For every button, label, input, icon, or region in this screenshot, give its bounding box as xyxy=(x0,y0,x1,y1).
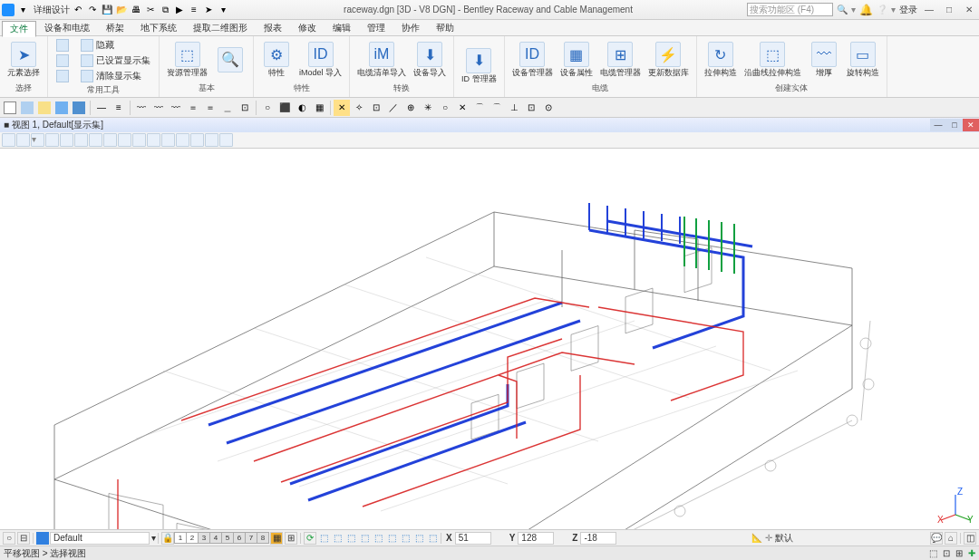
vt-7[interactable] xyxy=(89,133,102,147)
ribbon-big-3-1[interactable]: IDiModel 导入 xyxy=(297,40,344,80)
sb2-icon-2[interactable]: ⊡ xyxy=(943,548,950,558)
ribbon-big-4-0[interactable]: iM电缆清单导入 xyxy=(355,40,408,80)
sb-refresh-icon[interactable]: ⟳ xyxy=(304,532,316,545)
view-triad[interactable]: Z Y X xyxy=(937,488,974,524)
menu-tab-10[interactable]: 帮助 xyxy=(428,20,462,36)
qat-dropdown[interactable]: ▾ xyxy=(16,4,29,16)
vt-4[interactable] xyxy=(45,133,59,147)
qat-copy-icon[interactable]: ⧉ xyxy=(159,4,171,16)
vt-1[interactable] xyxy=(2,133,15,147)
tool-snap13-icon[interactable]: ⊙ xyxy=(540,100,557,116)
view-cube-4[interactable]: ⬚ xyxy=(358,532,371,545)
ribbon-small-1-0-2[interactable] xyxy=(53,69,74,83)
tool-snap6-icon[interactable]: ✳ xyxy=(420,100,436,116)
tool-snap5-icon[interactable]: ⊕ xyxy=(402,100,419,116)
view-cube-8[interactable]: ⬚ xyxy=(412,532,425,545)
view-tab-6[interactable]: 6 xyxy=(233,532,246,544)
ribbon-big-3-0[interactable]: ⚙特性 xyxy=(259,40,294,80)
qat-open-icon[interactable]: 📂 xyxy=(115,4,128,16)
vt-12[interactable] xyxy=(161,133,175,147)
vt-10[interactable] xyxy=(132,133,146,147)
vt-13[interactable] xyxy=(176,133,189,147)
snap-crosshair-icon[interactable]: ✛ xyxy=(765,533,772,543)
coord-y-value[interactable]: 128 xyxy=(518,532,554,545)
view-tab-1[interactable]: 1 xyxy=(174,532,187,544)
tool-snap3-icon[interactable]: ⊡ xyxy=(368,100,384,116)
view-minimize-button[interactable]: — xyxy=(930,119,946,131)
tool-color2-icon[interactable] xyxy=(71,100,87,116)
ribbon-big-6-1[interactable]: ▦设备属性 xyxy=(558,40,595,80)
view-maximize-button[interactable]: □ xyxy=(946,119,963,131)
tool-snap8-icon[interactable]: ✕ xyxy=(454,100,470,116)
vt-14[interactable] xyxy=(190,133,204,147)
ribbon-big-7-1[interactable]: ⬚沿曲线拉伸构造 xyxy=(742,40,803,80)
tool-f-icon[interactable]: ＿ xyxy=(219,100,236,116)
sb-tile-icon[interactable]: ▦ xyxy=(270,532,283,545)
vt-15[interactable] xyxy=(205,133,218,147)
login-link[interactable]: 登录 xyxy=(899,4,917,16)
vt-8[interactable] xyxy=(103,133,117,147)
view-tab-8[interactable]: 8 xyxy=(257,532,269,544)
view-tab-2[interactable]: 2 xyxy=(186,532,199,544)
window-close-button[interactable]: ✕ xyxy=(961,4,977,16)
tool-c-icon[interactable]: 〰 xyxy=(168,100,184,116)
menu-tab-1[interactable]: 设备和电缆 xyxy=(36,20,98,36)
sb-end-icon[interactable]: ◫ xyxy=(964,532,976,545)
tool-layer-icon[interactable] xyxy=(19,100,35,116)
ribbon-big-7-2[interactable]: 〰增厚 xyxy=(807,40,841,80)
ribbon-big-6-3[interactable]: ⚡更新数据库 xyxy=(646,40,691,80)
qat-more[interactable]: ▾ xyxy=(217,4,229,16)
ribbon-big-4-1[interactable]: ⬇设备导入 xyxy=(412,40,448,80)
tool-grid-icon[interactable] xyxy=(2,100,18,116)
qat-play-icon[interactable]: ▶ xyxy=(173,4,186,16)
tool-snap2-icon[interactable]: ✧ xyxy=(351,100,367,116)
ribbon-small-1-1-1[interactable]: 已设置显示集 xyxy=(78,53,153,68)
sb2-icon-4[interactable]: ✚ xyxy=(968,548,975,558)
qat-pointer-icon[interactable]: ➤ xyxy=(202,4,215,16)
qat-print-icon[interactable]: 🖶 xyxy=(130,4,142,16)
ribbon-big-2-0[interactable]: ⬚资源管理器 xyxy=(165,40,209,80)
view-cube-3[interactable]: ⬚ xyxy=(344,532,357,545)
notifications-icon[interactable]: 🔔 xyxy=(859,4,873,16)
ribbon-big-0-0[interactable]: ➤元素选择 xyxy=(5,40,42,80)
tool-j-icon[interactable]: ◐ xyxy=(294,100,310,116)
ribbon-big-2-1[interactable]: 🔍 xyxy=(213,45,247,75)
menu-tab-7[interactable]: 编辑 xyxy=(325,20,359,36)
tool-level-icon[interactable] xyxy=(36,100,53,116)
ribbon-small-1-1-0[interactable]: 隐藏 xyxy=(78,38,153,53)
menu-tab-2[interactable]: 桥架 xyxy=(98,20,132,36)
tool-i-icon[interactable]: ⬛ xyxy=(276,100,293,116)
tool-g-icon[interactable]: ⊡ xyxy=(237,100,253,116)
sb-lock-icon[interactable]: 🔒 xyxy=(161,532,174,545)
sb-mode-button[interactable]: ○ xyxy=(3,532,15,545)
view-tab-4[interactable]: 4 xyxy=(209,532,222,544)
vt-9[interactable] xyxy=(118,133,131,147)
qat-cut-icon[interactable]: ✂ xyxy=(144,4,157,16)
vt-16[interactable] xyxy=(219,133,233,147)
menu-tab-4[interactable]: 提取二维图形 xyxy=(185,20,256,36)
vt-6[interactable] xyxy=(74,133,88,147)
tool-snap12-icon[interactable]: ⊡ xyxy=(523,100,539,116)
tool-a-icon[interactable]: 〰 xyxy=(133,100,150,116)
ribbon-big-7-0[interactable]: ↻拉伸构造 xyxy=(703,40,739,80)
view-cube-6[interactable]: ⬚ xyxy=(385,532,398,545)
vt-5[interactable] xyxy=(60,133,73,147)
coord-x-value[interactable]: 51 xyxy=(455,532,491,545)
viewport-canvas[interactable]: Z Y X xyxy=(0,149,979,529)
view-cube-9[interactable]: ⬚ xyxy=(426,532,439,545)
ribbon-small-1-0-0[interactable] xyxy=(53,38,74,53)
ribbon-big-6-2[interactable]: ⊞电缆管理器 xyxy=(598,40,643,80)
menu-tab-5[interactable]: 报表 xyxy=(256,20,290,36)
tool-snap1-icon[interactable]: ✕ xyxy=(334,100,350,116)
tool-color-icon[interactable] xyxy=(53,100,70,116)
view-cube-5[interactable]: ⬚ xyxy=(372,532,384,545)
qat-save-icon[interactable]: 💾 xyxy=(101,4,113,16)
vt-3[interactable]: ▾ xyxy=(31,133,44,147)
sb-msg-icon[interactable]: 💬 xyxy=(930,532,943,545)
tool-line-icon[interactable]: — xyxy=(93,100,110,116)
tool-snap10-icon[interactable]: ⌒ xyxy=(489,100,505,116)
menu-tab-3[interactable]: 地下系统 xyxy=(132,20,185,36)
sb-home-icon[interactable]: ⌂ xyxy=(945,532,957,545)
sb2-icon-3[interactable]: ⊞ xyxy=(955,548,963,558)
ribbon-small-1-1-2[interactable]: 清除显示集 xyxy=(78,69,153,83)
